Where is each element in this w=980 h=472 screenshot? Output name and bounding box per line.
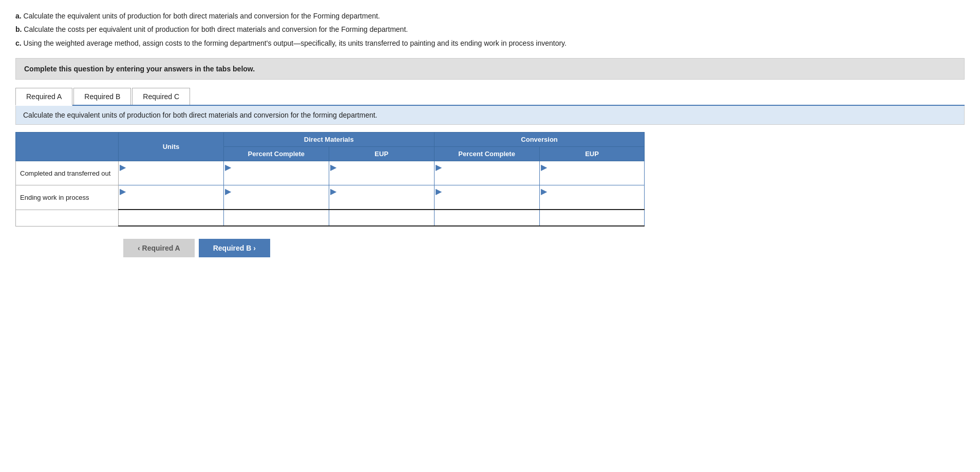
pct-dm-input-cell-2: ▶ (223, 185, 329, 210)
tab-content-description: Calculate the equivalent units of produc… (15, 106, 965, 125)
units-input-cell-2: ▶ (119, 185, 224, 210)
next-chevron: › (253, 244, 256, 252)
tab-required-c[interactable]: Required C (132, 88, 190, 105)
complete-banner: Complete this question by entering your … (15, 58, 965, 80)
instruction-b-label: b. (15, 25, 24, 33)
units-input-1[interactable] (120, 172, 222, 184)
pct-dm-total-cell (223, 210, 329, 226)
table-row-total (16, 210, 645, 226)
arrow-icon-6: ▶ (120, 186, 126, 196)
nav-buttons: ‹ Required A Required B › (123, 239, 965, 257)
direct-materials-header: Direct Materials (223, 133, 434, 147)
eup-conv-total-cell (539, 210, 645, 226)
eup-conv-header: EUP (539, 147, 645, 161)
instruction-c-text: Using the weighted average method, assig… (24, 39, 567, 47)
pct-complete-dm-header: Percent Complete (223, 147, 329, 161)
eup-dm-input-cell-2: ▶ (329, 185, 434, 210)
row-label-completed: Completed and transferred out (16, 161, 119, 185)
eup-dm-header: EUP (329, 147, 434, 161)
units-header: Units (119, 133, 224, 161)
next-button[interactable]: Required B › (199, 239, 270, 257)
arrow-icon-5: ▶ (541, 162, 547, 172)
arrow-icon-2: ▶ (225, 162, 231, 172)
eup-conv-input-cell-2: ▶ (539, 185, 645, 210)
instruction-a-text: Calculate the equivalent units of produc… (24, 12, 380, 20)
row-label-header (16, 133, 119, 161)
conversion-header: Conversion (434, 133, 645, 147)
units-input-cell-1: ▶ (119, 161, 224, 185)
prev-button[interactable]: ‹ Required A (123, 239, 195, 257)
complete-banner-text: Complete this question by entering your … (24, 65, 255, 73)
row-label-ending: Ending work in process (16, 185, 119, 210)
pct-dm-input-cell-1: ▶ (223, 161, 329, 185)
tab-required-b[interactable]: Required B (73, 88, 131, 105)
pct-conv-input-2[interactable] (436, 196, 538, 208)
units-total-cell (119, 210, 224, 226)
table-row: Completed and transferred out ▶ ▶ ▶ ▶ (16, 161, 645, 185)
eup-dm-input-cell-1: ▶ (329, 161, 434, 185)
equivalents-table-wrapper: Units Direct Materials Conversion Percen… (15, 132, 965, 226)
pct-conv-input-1[interactable] (436, 172, 538, 184)
next-button-label: Required B (213, 244, 252, 252)
table-header-top: Units Direct Materials Conversion (16, 133, 645, 147)
instruction-a-label: a. (15, 12, 24, 20)
tab-required-a[interactable]: Required A (15, 88, 72, 106)
units-input-2[interactable] (120, 196, 222, 208)
pct-dm-input-2[interactable] (225, 196, 328, 208)
eup-dm-input-1[interactable] (330, 172, 433, 184)
pct-complete-conv-header: Percent Complete (434, 147, 539, 161)
pct-conv-total-cell (434, 210, 539, 226)
arrow-icon-9: ▶ (436, 186, 442, 196)
eup-dm-total-cell (329, 210, 434, 226)
eup-dm-input-2[interactable] (330, 196, 433, 208)
eup-conv-input-cell-1: ▶ (539, 161, 645, 185)
table-row: Ending work in process ▶ ▶ ▶ ▶ (16, 185, 645, 210)
instruction-b-text: Calculate the costs per equivalent unit … (24, 25, 408, 33)
equivalents-table: Units Direct Materials Conversion Percen… (15, 132, 645, 226)
arrow-icon-10: ▶ (541, 186, 547, 196)
eup-conv-total-input[interactable] (541, 212, 644, 224)
arrow-icon-4: ▶ (436, 162, 442, 172)
row-label-total (16, 210, 119, 226)
eup-conv-input-2[interactable] (541, 196, 644, 208)
arrow-icon-8: ▶ (330, 186, 336, 196)
pct-conv-input-cell-1: ▶ (434, 161, 539, 185)
arrow-icon-3: ▶ (330, 162, 336, 172)
pct-dm-input-1[interactable] (225, 172, 328, 184)
arrow-icon-7: ▶ (225, 186, 231, 196)
tabs-container: Required A Required B Required C (15, 88, 965, 106)
prev-chevron: ‹ (138, 244, 142, 252)
eup-conv-input-1[interactable] (541, 172, 644, 184)
instruction-c-label: c. (15, 39, 24, 47)
units-total-input[interactable] (120, 212, 222, 224)
instructions-section: a. Calculate the equivalent units of pro… (15, 10, 965, 49)
prev-button-label: Required A (142, 244, 180, 252)
arrow-icon-1: ▶ (120, 162, 126, 172)
pct-conv-input-cell-2: ▶ (434, 185, 539, 210)
eup-dm-total-input[interactable] (330, 212, 433, 224)
